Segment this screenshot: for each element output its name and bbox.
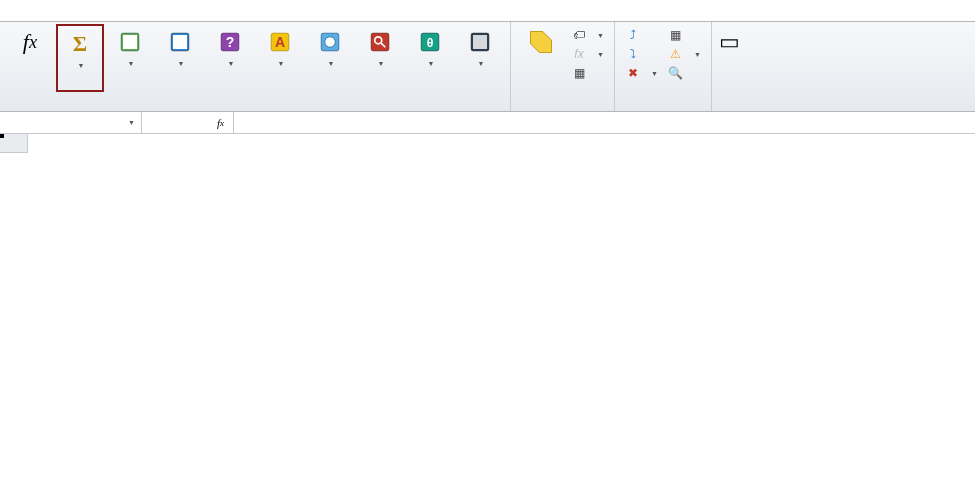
svg-point-9 xyxy=(325,37,336,48)
menu-tabs xyxy=(0,0,975,22)
autosum-button[interactable]: Σ ▼ xyxy=(56,24,104,92)
math-button[interactable]: θ ▼ xyxy=(406,24,454,92)
use-in-formula-button[interactable]: fx▼ xyxy=(567,45,608,63)
more-functions-button[interactable]: ▼ xyxy=(456,24,504,92)
group-formula-auditing: ⤴ ⤵ ✖▼ ▦ ⚠▼ 🔍 xyxy=(615,22,712,111)
group-defined-names: 🏷▼ fx▼ ▦ xyxy=(511,22,615,111)
spreadsheet-grid xyxy=(0,134,975,153)
arrow-icon: ⤵ xyxy=(625,46,641,62)
book-icon xyxy=(114,26,146,58)
group-label-fnlib xyxy=(6,108,504,110)
show-formulas-button[interactable]: ▦ xyxy=(664,26,705,44)
create-from-selection-button[interactable]: ▦ xyxy=(567,64,608,82)
svg-rect-3 xyxy=(173,35,187,49)
svg-text:A: A xyxy=(275,34,285,50)
define-name-button[interactable]: 🏷▼ xyxy=(567,26,608,44)
arrow-icon: ⤴ xyxy=(625,27,641,43)
fx-button[interactable]: fx xyxy=(208,112,234,133)
svg-rect-1 xyxy=(123,35,137,49)
group-function-library: fx Σ ▼ ▼ ▼ ? ▼ A ▼ xyxy=(0,22,511,111)
remove-icon: ✖ xyxy=(625,65,641,81)
book-icon: ? xyxy=(214,26,246,58)
tag-icon: 🏷 xyxy=(571,27,587,43)
book-icon xyxy=(464,26,496,58)
trace-dependents-button[interactable]: ⤵ xyxy=(621,45,662,63)
grid-icon: ▦ xyxy=(571,65,587,81)
lookup-button[interactable]: ▼ xyxy=(356,24,404,92)
recently-used-button[interactable]: ▼ xyxy=(106,24,154,92)
book-icon: θ xyxy=(414,26,446,58)
dropdown-icon[interactable]: ▼ xyxy=(128,119,135,126)
book-icon: A xyxy=(264,26,296,58)
dropdown-icon: ▼ xyxy=(78,62,85,70)
select-all-corner[interactable] xyxy=(0,134,28,153)
watch-window-button[interactable]: ▭ xyxy=(718,24,742,92)
formula-bar: ▼ fx xyxy=(0,112,975,134)
remove-arrows-button[interactable]: ✖▼ xyxy=(621,64,662,82)
window-icon: ▭ xyxy=(714,26,746,58)
financial-button[interactable]: ▼ xyxy=(156,24,204,92)
svg-rect-10 xyxy=(371,33,389,51)
grid-icon: ▦ xyxy=(668,27,684,43)
warning-icon: ⚠ xyxy=(668,46,684,62)
fx-icon: fx xyxy=(14,26,46,58)
group-extra: ▭ xyxy=(712,22,748,111)
svg-rect-16 xyxy=(473,35,487,49)
book-icon xyxy=(364,26,396,58)
ribbon: fx Σ ▼ ▼ ▼ ? ▼ A ▼ xyxy=(0,22,975,112)
name-box[interactable]: ▼ xyxy=(28,112,142,133)
formula-input[interactable] xyxy=(234,112,975,133)
book-icon xyxy=(164,26,196,58)
name-manager-button[interactable] xyxy=(517,24,565,92)
insert-function-button[interactable]: fx xyxy=(6,24,54,92)
group-label-audit xyxy=(621,108,705,110)
sigma-icon: Σ xyxy=(64,28,96,60)
text-button[interactable]: A ▼ xyxy=(256,24,304,92)
magnify-icon: 🔍 xyxy=(668,65,684,81)
trace-precedents-button[interactable]: ⤴ xyxy=(621,26,662,44)
column-headers xyxy=(0,134,975,153)
datetime-button[interactable]: ▼ xyxy=(306,24,354,92)
svg-text:?: ? xyxy=(226,34,235,50)
tag-icon xyxy=(525,26,557,58)
book-icon xyxy=(314,26,346,58)
evaluate-formula-button[interactable]: 🔍 xyxy=(664,64,705,82)
fx-icon: fx xyxy=(571,46,587,62)
logical-button[interactable]: ? ▼ xyxy=(206,24,254,92)
error-checking-button[interactable]: ⚠▼ xyxy=(664,45,705,63)
group-label-names xyxy=(517,108,608,110)
svg-text:θ: θ xyxy=(427,36,434,50)
